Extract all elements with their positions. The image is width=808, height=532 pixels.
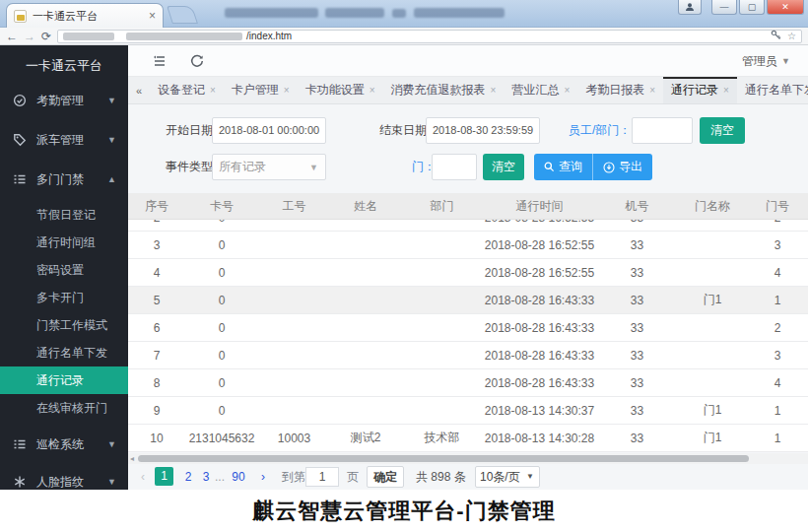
chevron-down-icon: ▼	[107, 439, 116, 449]
staff-dept-input[interactable]	[632, 117, 693, 144]
close-button[interactable]: ✕	[767, 0, 804, 15]
chevron-down-icon: ▼	[781, 56, 790, 66]
sidebar-item-holiday-register[interactable]: 节假日登记	[0, 201, 128, 229]
column-header: 序号	[128, 198, 185, 215]
tab-close-icon[interactable]: ×	[284, 85, 290, 96]
table-row[interactable]: 702018-08-28 16:43:33333	[128, 342, 808, 369]
page-unit-label: 页	[347, 467, 359, 487]
table-row[interactable]: 202018-08-28 16:52:55332	[128, 220, 808, 232]
sidebar-item-online-review-open[interactable]: 在线审核开门	[0, 394, 128, 422]
sidebar-item-multi-card-open[interactable]: 多卡开门	[0, 284, 128, 311]
chevron-down-icon: ▼	[309, 155, 318, 181]
sidebar-group-label: 派车管理	[36, 132, 84, 149]
tab-attendance-daily[interactable]: 考勤日报表×	[577, 77, 663, 103]
tab-close-icon[interactable]: ×	[723, 85, 729, 96]
profile-icon[interactable]	[678, 0, 702, 15]
page-size-select[interactable]: 10条/页 ▼	[475, 466, 540, 488]
page-button-last[interactable]: 90	[229, 467, 248, 487]
sidebar-group-access-control[interactable]: 多门门禁 ▲	[0, 160, 128, 199]
query-button[interactable]: 查询	[534, 154, 592, 180]
sidebar-item-pass-list-issue[interactable]: 通行名单下发	[0, 339, 128, 366]
sidebar-item-pass-time-group[interactable]: 通行时间组	[0, 229, 128, 256]
sidebar-group-vehicle[interactable]: 派车管理 ▼	[0, 120, 128, 160]
clear-door-button[interactable]: 清空	[483, 154, 524, 180]
door-input[interactable]	[432, 154, 477, 180]
prev-page-button[interactable]: ‹	[136, 467, 150, 487]
tab-business-summary[interactable]: 营业汇总×	[504, 77, 577, 103]
password-key-icon[interactable]	[771, 30, 781, 42]
table-row[interactable]: 10213104563210003测试2技术部2018-08-13 14:30:…	[128, 425, 808, 452]
tab-close-icon[interactable]: ×	[149, 10, 156, 22]
table-row[interactable]: 402018-08-28 16:52:55334	[128, 259, 808, 287]
scroll-left-arrow-icon[interactable]: ◂	[130, 453, 134, 464]
table-row[interactable]: 302018-08-28 16:52:55333	[128, 232, 808, 259]
collapse-menu-icon[interactable]	[152, 53, 168, 69]
tab-card-function[interactable]: 卡功能设置×	[298, 77, 383, 103]
list-icon	[13, 437, 27, 451]
event-type-select[interactable]: 所有记录 ▼	[212, 154, 326, 180]
horizontal-scrollbar[interactable]: ◂	[128, 453, 808, 464]
sidebar-group-patrol[interactable]: 巡检系统 ▼	[0, 425, 128, 464]
tab-close-icon[interactable]: ×	[491, 85, 497, 96]
sidebar: 一卡通云平台 考勤管理 ▼ 派车管理 ▼ 多门门禁 ▲	[0, 45, 128, 490]
tab-refund-report[interactable]: 消费充值退款报表×	[383, 77, 505, 103]
reload-icon[interactable]: ⟳	[41, 31, 51, 42]
table-row[interactable]: 602018-08-28 16:43:33332	[128, 314, 808, 342]
refresh-icon[interactable]	[189, 53, 205, 69]
chevron-up-icon: ▲	[107, 174, 116, 184]
page-button[interactable]: 3	[199, 467, 213, 487]
chevron-down-icon: ▼	[107, 135, 116, 145]
table-row[interactable]: 802018-08-28 16:43:33334	[128, 369, 808, 397]
asterisk-icon	[13, 475, 27, 489]
browser-tab[interactable]: 一卡通云平台 ×	[6, 3, 164, 28]
minimize-button[interactable]: —	[711, 0, 737, 15]
window-controls: — ▢ ✕	[678, 0, 804, 15]
user-menu[interactable]: 管理员 ▼	[742, 45, 790, 77]
tab-pass-records[interactable]: 通行记录×	[663, 77, 737, 103]
tab-close-icon[interactable]: ×	[210, 85, 216, 96]
export-button[interactable]: 导出	[592, 154, 652, 180]
confirm-page-button[interactable]: 确定	[367, 466, 404, 488]
column-header: 姓名	[330, 198, 401, 215]
sidebar-item-pass-records[interactable]: 通行记录	[0, 366, 128, 394]
goto-page-input[interactable]: 1	[305, 467, 339, 487]
chevron-down-icon: ▼	[107, 96, 116, 105]
tabs-scroll-left[interactable]: «	[128, 77, 150, 103]
next-page-button[interactable]: ›	[256, 467, 270, 487]
tab-close-icon[interactable]: ×	[649, 85, 655, 96]
sidebar-group-attendance[interactable]: 考勤管理 ▼	[0, 81, 128, 120]
scrollbar-thumb[interactable]	[138, 455, 749, 462]
tab-device-register[interactable]: 设备登记×	[150, 77, 224, 103]
user-menu-label: 管理员	[742, 53, 777, 70]
clear-staff-button[interactable]: 清空	[700, 117, 745, 144]
url-input[interactable]: /index.htm ☆	[57, 30, 802, 43]
tab-close-icon[interactable]: ×	[564, 85, 570, 96]
maximize-button[interactable]: ▢	[739, 0, 765, 15]
download-circle-icon	[603, 162, 615, 173]
table-body: 202018-08-28 16:52:55332 302018-08-28 16…	[128, 220, 808, 452]
forward-icon[interactable]: →	[24, 31, 35, 42]
sidebar-item-password-settings[interactable]: 密码设置	[0, 256, 128, 284]
tab-card-holder[interactable]: 卡户管理×	[224, 77, 298, 103]
end-date-input[interactable]: 2018-08-30 23:59:59	[426, 117, 540, 144]
sidebar-item-door-work-mode[interactable]: 门禁工作模式	[0, 311, 128, 339]
tab-pass-list-issue[interactable]: 通行名单下发×	[737, 77, 808, 103]
page-button-active[interactable]: 1	[155, 467, 173, 486]
bookmark-star-icon[interactable]: ☆	[787, 32, 796, 41]
redacted-title-text	[414, 8, 505, 18]
start-date-input[interactable]: 2018-08-01 00:00:00	[212, 117, 326, 144]
tab-close-icon[interactable]: ×	[370, 85, 375, 96]
browser-addressbar: ← → ⟳ /index.htm ☆	[0, 28, 808, 45]
screenshot-root: 一卡通云平台 × — ▢ ✕ ← → ⟳ /index.htm	[0, 0, 808, 532]
new-tab-button[interactable]	[167, 6, 198, 24]
url-suffix: /index.htm	[246, 32, 292, 41]
goto-page-label: 到第	[282, 467, 305, 487]
table-row-selected[interactable]: 502018-08-28 16:43:3333门11	[128, 287, 808, 314]
list-icon	[13, 172, 27, 186]
sidebar-group-label: 多门门禁	[36, 171, 84, 188]
back-icon[interactable]: ←	[6, 31, 18, 42]
column-header: 门号	[747, 198, 808, 215]
table-row[interactable]: 902018-08-13 14:30:3733门11	[128, 397, 808, 425]
page-button[interactable]: 2	[181, 467, 195, 487]
main-content: 管理员 ▼ « 设备登记× 卡户管理× 卡功能设置× 消费充值退款报表× 营业汇…	[128, 45, 808, 490]
